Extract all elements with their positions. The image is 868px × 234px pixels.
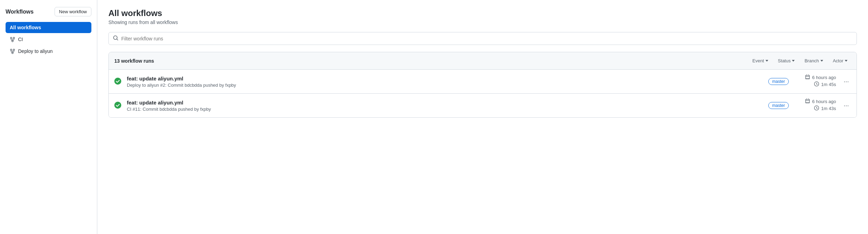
run-title[interactable]: feat: update aliyun.yml (127, 76, 763, 81)
run-time-ago-row: 6 hours ago (794, 99, 836, 104)
sidebar-nav-link-deploy[interactable]: Deploy to aliyun (6, 46, 91, 57)
chevron-down-icon (765, 60, 768, 62)
branch-badge[interactable]: master (768, 102, 789, 109)
runs-count: 13 workflow runs (114, 58, 749, 64)
run-time-ago: 6 hours ago (812, 75, 836, 80)
clock-icon (814, 106, 819, 111)
run-duration-row: 1m 45s (794, 81, 836, 87)
clock-icon (814, 81, 819, 87)
workflow-icon-ci (10, 37, 15, 42)
run-duration-row: 1m 43s (794, 106, 836, 111)
success-status-icon (114, 78, 121, 86)
page-subtitle: Showing runs from all workflows (108, 20, 857, 25)
sidebar-item-label-deploy: Deploy to aliyun (18, 48, 53, 54)
sidebar-item-label-ci: CI (18, 37, 23, 42)
success-status-icon (114, 102, 121, 110)
workflow-icon-deploy (10, 48, 15, 54)
table-row: feat: update aliyun.yml CI #11: Commit b… (109, 94, 857, 117)
run-branch: master (768, 102, 789, 109)
sidebar-item-deploy-to-aliyun[interactable]: Deploy to aliyun (6, 46, 91, 57)
more-options-button[interactable]: ··· (842, 77, 851, 86)
sidebar-item-all-workflows[interactable]: All workflows (6, 22, 91, 33)
run-actions: ··· (842, 77, 851, 86)
search-input[interactable] (121, 36, 852, 41)
search-icon (113, 35, 118, 42)
chevron-down-icon (845, 60, 847, 62)
sidebar-item-label-all-workflows: All workflows (10, 25, 41, 30)
svg-point-9 (114, 102, 121, 109)
chevron-down-icon (792, 60, 795, 62)
run-subtitle: Deploy to aliyun #2: Commit bdcbdda push… (127, 83, 763, 88)
run-meta: 6 hours ago 1m 43s (794, 99, 836, 112)
new-workflow-button[interactable]: New workflow (55, 7, 91, 16)
filter-branch-label: Branch (804, 58, 819, 63)
calendar-icon (805, 99, 810, 104)
runs-table: 13 workflow runs Event Status Branch Act… (108, 52, 857, 118)
filter-actor-label: Actor (833, 58, 843, 63)
sidebar-nav: All workflows CI (6, 22, 91, 57)
main-content: All workflows Showing runs from all work… (97, 0, 868, 234)
sidebar-header: Workflows New workflow (6, 7, 91, 16)
run-duration: 1m 43s (821, 106, 836, 111)
filter-status-label: Status (778, 58, 791, 63)
chevron-down-icon (820, 60, 823, 62)
filter-branch-button[interactable]: Branch (801, 56, 826, 65)
svg-point-0 (10, 37, 12, 39)
branch-badge[interactable]: master (768, 78, 789, 85)
run-title[interactable]: feat: update aliyun.yml (127, 100, 763, 106)
svg-point-5 (13, 49, 15, 50)
run-branch: master (768, 78, 789, 85)
table-row: feat: update aliyun.yml Deploy to aliyun… (109, 70, 857, 94)
run-subtitle: CI #11: Commit bdcbdda pushed by fxpby (127, 107, 763, 112)
svg-point-4 (10, 49, 12, 50)
sidebar-item-ci[interactable]: CI (6, 34, 91, 45)
run-duration: 1m 45s (821, 82, 836, 87)
more-options-button[interactable]: ··· (842, 101, 851, 110)
runs-table-header: 13 workflow runs Event Status Branch Act… (109, 52, 857, 70)
run-time-ago: 6 hours ago (812, 99, 836, 104)
sidebar-nav-link-ci[interactable]: CI (6, 34, 91, 45)
runs-filters: Event Status Branch Actor (749, 56, 851, 65)
run-actions: ··· (842, 101, 851, 110)
sidebar-title: Workflows (6, 9, 34, 15)
svg-point-1 (13, 37, 15, 39)
svg-point-8 (114, 78, 121, 85)
calendar-icon (805, 75, 810, 80)
sidebar: Workflows New workflow All workflows (0, 0, 97, 234)
run-info: feat: update aliyun.yml CI #11: Commit b… (127, 100, 763, 112)
search-bar (108, 32, 857, 45)
page-title: All workflows (108, 8, 857, 18)
filter-event-label: Event (752, 58, 764, 63)
filter-event-button[interactable]: Event (749, 56, 771, 65)
filter-actor-button[interactable]: Actor (829, 56, 851, 65)
sidebar-nav-link-all-workflows[interactable]: All workflows (6, 22, 91, 33)
run-meta: 6 hours ago 1m 45s (794, 75, 836, 88)
run-time-ago-row: 6 hours ago (794, 75, 836, 80)
filter-status-button[interactable]: Status (775, 56, 799, 65)
run-info: feat: update aliyun.yml Deploy to aliyun… (127, 76, 763, 88)
